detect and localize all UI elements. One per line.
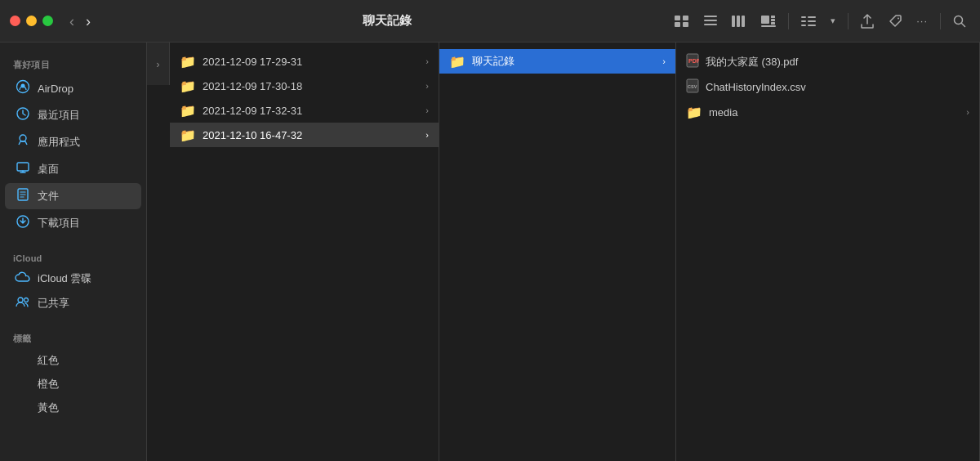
sidebar-item-desktop[interactable]: 桌面 (5, 156, 141, 182)
svg-rect-6 (704, 24, 717, 25)
folder-row-3[interactable]: 📁 2021-12-09 17-32-31 › (170, 98, 439, 123)
file-row-media[interactable]: 📁 media › (676, 100, 979, 124)
sidebar-item-icloud-drive[interactable]: iCloud 雲碟 (5, 267, 141, 290)
tag-red-label: 紅色 (38, 353, 59, 368)
svg-rect-1 (683, 16, 688, 20)
airdrop-label: AirDrop (38, 83, 74, 95)
minimize-button[interactable] (26, 16, 37, 26)
svg-rect-7 (732, 16, 735, 27)
pdf-filename: 我的大家庭 (38).pdf (706, 55, 969, 69)
svg-rect-18 (808, 20, 816, 22)
titlebar: ‹ › 聊天記錄 (0, 0, 980, 43)
tag-button[interactable] (884, 11, 906, 31)
icloud-section-title: iCloud (0, 247, 146, 266)
main-area: 喜好項目 AirDrop 最近項目 (0, 43, 980, 461)
recents-label: 最近項目 (38, 108, 80, 123)
media-folder-icon: 📁 (686, 105, 702, 120)
svg-point-31 (24, 298, 29, 302)
chat-folder-icon: 📁 (449, 54, 466, 69)
desktop-icon (15, 160, 31, 178)
chevron-4: › (425, 130, 429, 140)
group-dropdown-button[interactable]: ▾ (826, 13, 840, 29)
close-button[interactable] (10, 16, 20, 26)
folder-icon-1: 📁 (180, 54, 196, 69)
chat-history-folder-label: 聊天記錄 (472, 54, 656, 69)
svg-point-21 (898, 17, 899, 19)
window-title: 聊天記錄 (104, 13, 670, 29)
icon-list-button[interactable] (700, 12, 721, 30)
svg-rect-2 (675, 22, 680, 27)
media-folder-name: media (709, 106, 960, 119)
traffic-lights (10, 16, 53, 26)
shared-icon (15, 295, 31, 311)
svg-rect-27 (17, 163, 29, 171)
svg-rect-9 (742, 16, 745, 27)
share-button[interactable] (857, 11, 878, 32)
icloud-drive-icon (15, 271, 31, 286)
svg-rect-20 (808, 25, 816, 26)
svg-rect-8 (737, 16, 740, 27)
svg-rect-17 (801, 20, 806, 22)
sidebar-item-tag-yellow[interactable]: 黃色 (5, 396, 141, 419)
svg-rect-3 (683, 22, 688, 27)
icon-columns-button[interactable] (728, 12, 751, 30)
pane3-scroll: PDF 我的大家庭 (38).pdf CSV ChatHistoryIndex.… (676, 43, 979, 461)
sidebar-item-tag-red[interactable]: 紅色 (5, 349, 141, 372)
sidebar-item-downloads[interactable]: 下載項目 (5, 210, 141, 236)
csv-filename: ChatHistoryIndex.csv (706, 81, 969, 93)
recents-icon (15, 106, 31, 124)
fullscreen-button[interactable] (42, 16, 53, 26)
desktop-label: 桌面 (38, 162, 59, 177)
tags-section-title: 標籤 (0, 326, 146, 348)
empty-row-2 (170, 175, 439, 199)
csv-icon: CSV (686, 78, 699, 96)
svg-rect-11 (771, 16, 775, 18)
nav-buttons: ‹ › (66, 12, 94, 30)
folder-row-4[interactable]: 📁 2021-12-10 16-47-32 › (170, 123, 439, 147)
svg-rect-16 (808, 16, 816, 18)
tag-yellow-label: 黃色 (38, 401, 59, 415)
downloads-label: 下載項目 (38, 216, 80, 230)
content-columns: 📁 2021-12-09 17-29-31 › 📁 2021-12-09 17-… (170, 43, 980, 461)
favorites-section-title: 喜好項目 (0, 52, 146, 74)
applications-icon (15, 133, 31, 151)
chat-history-folder-row[interactable]: 📁 聊天記錄 › (439, 49, 675, 74)
sidebar-item-recents[interactable]: 最近項目 (5, 102, 141, 128)
tag-orange-label: 橙色 (38, 377, 59, 392)
chevron-2: › (425, 81, 429, 91)
sidebar-item-shared[interactable]: 已共享 (5, 291, 141, 316)
search-button[interactable] (949, 11, 970, 31)
toolbar-right: ▾ ··· (670, 11, 970, 32)
sidebar-item-airdrop[interactable]: AirDrop (5, 75, 141, 101)
media-chevron: › (966, 107, 969, 117)
sidebar-item-documents[interactable]: 文件 (5, 183, 141, 209)
svg-rect-15 (801, 16, 806, 18)
more-button[interactable]: ··· (912, 12, 932, 29)
folder-row-2[interactable]: 📁 2021-12-09 17-30-18 › (170, 74, 439, 98)
svg-rect-19 (801, 25, 806, 26)
forward-button[interactable]: › (82, 12, 94, 30)
folder-name-4: 2021-12-10 16-47-32 (203, 129, 419, 141)
sidebar-item-applications[interactable]: 應用程式 (5, 129, 141, 155)
file-row-csv[interactable]: CSV ChatHistoryIndex.csv (676, 74, 979, 100)
sidebar-item-tag-orange[interactable]: 橙色 (5, 373, 141, 396)
group-button[interactable] (797, 12, 820, 30)
folder-row-1[interactable]: 📁 2021-12-09 17-29-31 › (170, 49, 439, 74)
svg-rect-14 (761, 25, 776, 27)
svg-rect-0 (675, 16, 680, 20)
applications-label: 應用程式 (38, 135, 80, 150)
icloud-drive-label: iCloud 雲碟 (38, 271, 91, 286)
back-button[interactable]: ‹ (66, 12, 78, 30)
file-row-pdf[interactable]: PDF 我的大家庭 (38).pdf (676, 49, 979, 74)
icon-grid-button[interactable] (670, 12, 693, 30)
folder-icon-2: 📁 (180, 78, 196, 94)
column-pane-3: PDF 我的大家庭 (38).pdf CSV ChatHistoryIndex.… (676, 43, 980, 461)
documents-label: 文件 (38, 189, 59, 204)
column-pane-1: 📁 2021-12-09 17-29-31 › 📁 2021-12-09 17-… (170, 43, 439, 461)
icon-gallery-button[interactable] (757, 12, 780, 30)
folder-name-3: 2021-12-09 17-32-31 (203, 105, 419, 117)
sidebar-collapse-button[interactable]: › (147, 43, 170, 85)
folder-icon-3: 📁 (180, 103, 196, 119)
folder-name-1: 2021-12-09 17-29-31 (203, 56, 419, 68)
chevron-3: › (425, 105, 429, 115)
